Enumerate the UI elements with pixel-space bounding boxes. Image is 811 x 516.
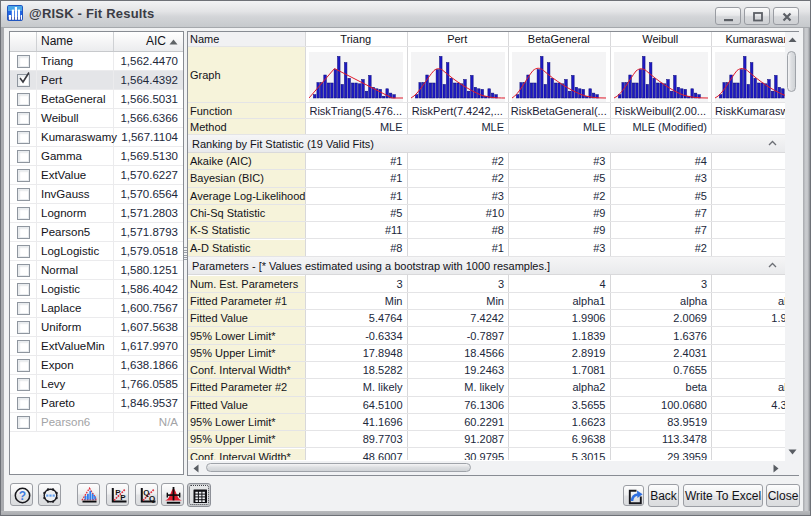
svg-text:?: ? [19,489,26,503]
svg-text:Q: Q [149,494,155,503]
svg-text:P: P [120,493,126,502]
